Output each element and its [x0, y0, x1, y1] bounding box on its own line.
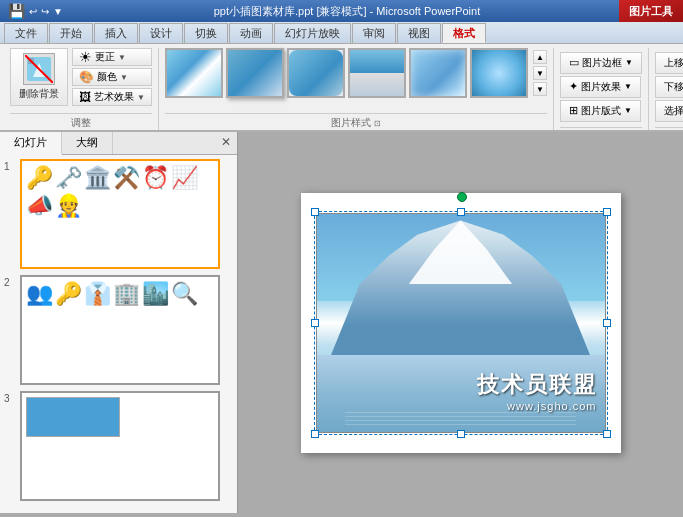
- slide-canvas: 技术员联盟 www.jsgho.com: [301, 193, 621, 453]
- remove-background-icon: [23, 53, 55, 85]
- picture-style-expand[interactable]: ⊡: [374, 119, 381, 128]
- slide-number-1: 1: [4, 159, 20, 172]
- clip-icon: 📣: [26, 193, 53, 219]
- slide-item-2[interactable]: 2 👥 🔑 👔 🏢 🏙️ 🔍: [4, 275, 233, 385]
- clip-icon: ⏰: [142, 165, 169, 191]
- tab-format[interactable]: 格式: [442, 23, 486, 43]
- slide-thumb-2[interactable]: 👥 🔑 👔 🏢 🏙️ 🔍: [20, 275, 220, 385]
- picture-style-group: ▲ ▼ ▼ 图片样式 ⊡: [159, 48, 554, 130]
- clip-icon: 🔑: [26, 165, 53, 191]
- tab-animation[interactable]: 动画: [229, 23, 273, 43]
- reflection-lines: [345, 409, 575, 428]
- canvas-area: 技术员联盟 www.jsgho.com: [238, 132, 683, 513]
- arrange-group: 上移 下移 选择: [649, 48, 683, 130]
- clip-icon: 🔍: [171, 281, 198, 307]
- picture-border-button[interactable]: ▭ 图片边框 ▼: [560, 52, 642, 74]
- slide-thumb-1[interactable]: 🔑 🗝️ 🏛️ ⚒️ ⏰ 📈 📣 👷: [20, 159, 220, 269]
- clip-icon: 🏙️: [142, 281, 169, 307]
- style-scroll-more[interactable]: ▼: [533, 82, 547, 96]
- tab-file[interactable]: 文件: [4, 23, 48, 43]
- window-title: ppt小插图素材库.ppt [兼容模式] - Microsoft PowerPo…: [71, 4, 623, 19]
- rotate-handle[interactable]: [457, 192, 467, 202]
- picture-options-group: ▭ 图片边框 ▼ ✦ 图片效果 ▼ ⊞ 图片版式 ▼: [554, 48, 649, 130]
- main-area: 幻灯片 大纲 ✕ 1 🔑 🗝️ 🏛️ ⚒️ ⏰ 📈 📣 👷: [0, 132, 683, 513]
- ribbon: 删除背景 ☀ 更正 ▼ 🎨 颜色 ▼ 🖼 艺术效果 ▼: [0, 44, 683, 132]
- picture-options-label: [560, 127, 642, 130]
- close-panel-button[interactable]: ✕: [215, 132, 237, 154]
- clip-icon: 🗝️: [55, 165, 82, 191]
- slide-list: 1 🔑 🗝️ 🏛️ ⚒️ ⏰ 📈 📣 👷 2: [0, 155, 237, 513]
- snow-mountain: [317, 214, 605, 356]
- ribbon-tab-row: 文件 开始 插入 设计 切换 动画 幻灯片放映 审阅 视图 格式: [0, 22, 683, 44]
- tab-review[interactable]: 审阅: [352, 23, 396, 43]
- tab-slides[interactable]: 幻灯片: [0, 132, 62, 155]
- slide-thumb-3[interactable]: [20, 391, 220, 501]
- slide-panel: 幻灯片 大纲 ✕ 1 🔑 🗝️ 🏛️ ⚒️ ⏰ 📈 📣 👷: [0, 132, 238, 513]
- tab-insert[interactable]: 插入: [94, 23, 138, 43]
- move-down-button[interactable]: 下移: [655, 76, 683, 98]
- pic-style-6[interactable]: [470, 48, 528, 98]
- arrange-label: [655, 127, 683, 130]
- style-scroll-down[interactable]: ▼: [533, 66, 547, 80]
- clip-icon: 👷: [55, 193, 82, 219]
- adjust-group: 删除背景 ☀ 更正 ▼ 🎨 颜色 ▼ 🖼 艺术效果 ▼: [4, 48, 159, 130]
- tab-outline[interactable]: 大纲: [62, 132, 113, 154]
- adjust-buttons: ☀ 更正 ▼ 🎨 颜色 ▼ 🖼 艺术效果 ▼: [72, 48, 152, 106]
- tab-view[interactable]: 视图: [397, 23, 441, 43]
- style-scroll: ▲ ▼ ▼: [533, 50, 547, 96]
- tab-home[interactable]: 开始: [49, 23, 93, 43]
- adjust-group-label: 调整: [10, 113, 152, 130]
- style-scroll-up[interactable]: ▲: [533, 50, 547, 64]
- pic-style-1[interactable]: [165, 48, 223, 98]
- picture-style-thumbs: ▲ ▼ ▼: [165, 48, 547, 98]
- tab-design[interactable]: 设计: [139, 23, 183, 43]
- pic-style-5[interactable]: [409, 48, 467, 98]
- clip-icon: [26, 397, 120, 437]
- clip-icon: 🔑: [55, 281, 82, 307]
- remove-background-button[interactable]: 删除背景: [10, 48, 68, 106]
- clip-icon: 📈: [171, 165, 198, 191]
- clip-icon: 🏛️: [84, 165, 111, 191]
- color-button[interactable]: 🎨 颜色 ▼: [72, 68, 152, 86]
- ribbon-corner-label: 图片工具: [619, 0, 683, 22]
- water-reflection: [317, 355, 605, 431]
- clip-icon: 🏢: [113, 281, 140, 307]
- tab-transition[interactable]: 切换: [184, 23, 228, 43]
- slide-item-3[interactable]: 3: [4, 391, 233, 501]
- pic-style-2[interactable]: [226, 48, 284, 98]
- clip-icon: ⚒️: [113, 165, 140, 191]
- correct-button[interactable]: ☀ 更正 ▼: [72, 48, 152, 66]
- slide-number-3: 3: [4, 391, 20, 404]
- title-bar: 💾 ↩ ↪ ▼ ppt小插图素材库.ppt [兼容模式] - Microsoft…: [0, 0, 683, 22]
- picture-style-group-label: 图片样式 ⊡: [165, 113, 547, 130]
- tab-slideshow[interactable]: 幻灯片放映: [274, 23, 351, 43]
- pic-style-3[interactable]: [287, 48, 345, 98]
- move-up-button[interactable]: 上移: [655, 52, 683, 74]
- clip-icon: 👥: [26, 281, 53, 307]
- picture-effect-button[interactable]: ✦ 图片效果 ▼: [560, 76, 641, 98]
- pic-style-4[interactable]: [348, 48, 406, 98]
- slide-number-2: 2: [4, 275, 20, 288]
- mountain-image: [317, 214, 605, 432]
- picture-format-button[interactable]: ⊞ 图片版式 ▼: [560, 100, 641, 122]
- slide-tab-row: 幻灯片 大纲 ✕: [0, 132, 237, 155]
- artistic-effects-button[interactable]: 🖼 艺术效果 ▼: [72, 88, 152, 106]
- select-button[interactable]: 选择: [655, 100, 683, 122]
- selected-image[interactable]: 技术员联盟 www.jsgho.com: [316, 213, 606, 433]
- clip-icon: 👔: [84, 281, 111, 307]
- slide-item-1[interactable]: 1 🔑 🗝️ 🏛️ ⚒️ ⏰ 📈 📣 👷: [4, 159, 233, 269]
